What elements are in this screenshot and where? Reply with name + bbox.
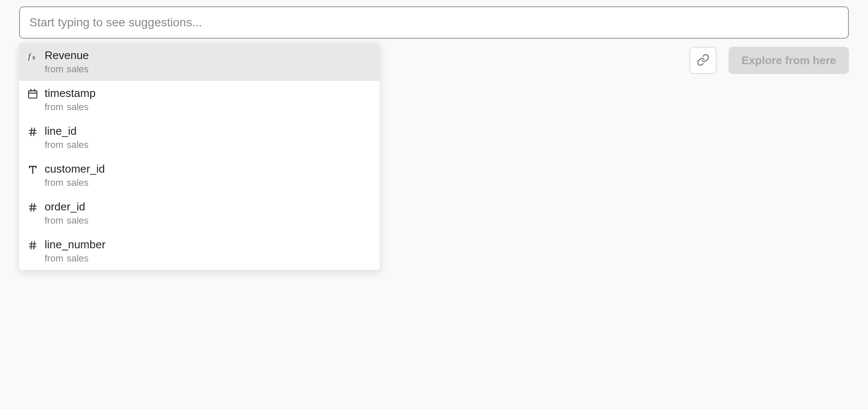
explore-button[interactable]: Explore from here xyxy=(729,47,849,74)
suggestion-sublabel: fromsales xyxy=(45,64,89,75)
suggestion-label: line_number xyxy=(45,238,105,251)
suggestion-label: customer_id xyxy=(45,162,105,176)
hash-icon xyxy=(27,239,39,251)
action-toolbar: Explore from here xyxy=(689,47,849,74)
calendar-icon xyxy=(27,88,39,100)
suggestion-content: Revenuefromsales xyxy=(45,49,89,75)
suggestion-item[interactable]: Revenuefromsales xyxy=(19,43,380,81)
link-button[interactable] xyxy=(689,47,717,74)
suggestion-item[interactable]: line_idfromsales xyxy=(19,119,380,156)
suggestion-content: timestampfromsales xyxy=(45,87,96,113)
hash-icon xyxy=(27,202,39,213)
suggestions-scroll[interactable]: Revenuefromsalestimestampfromsalesline_i… xyxy=(19,43,380,270)
text-icon xyxy=(27,164,39,176)
suggestion-content: line_numberfromsales xyxy=(45,238,105,264)
suggestion-sublabel: fromsales xyxy=(45,215,88,226)
search-input[interactable] xyxy=(19,6,849,39)
suggestion-label: line_id xyxy=(45,125,88,138)
suggestion-sublabel: fromsales xyxy=(45,177,105,188)
suggestion-label: timestamp xyxy=(45,87,96,100)
suggestion-label: order_id xyxy=(45,200,88,213)
fx-icon xyxy=(27,50,39,62)
suggestion-item[interactable]: customer_idfromsales xyxy=(19,156,380,194)
suggestion-sublabel: fromsales xyxy=(45,139,88,151)
suggestion-sublabel: fromsales xyxy=(45,102,96,113)
suggestion-content: order_idfromsales xyxy=(45,200,88,226)
suggestion-content: line_idfromsales xyxy=(45,125,88,151)
suggestion-sublabel: fromsales xyxy=(45,253,105,264)
search-container: Explore from here Revenuefromsalestimest… xyxy=(19,6,849,39)
suggestion-content: customer_idfromsales xyxy=(45,162,105,188)
suggestion-item[interactable]: line_numberfromsales xyxy=(19,232,380,270)
suggestion-item[interactable]: order_idfromsales xyxy=(19,194,380,232)
link-icon xyxy=(697,54,709,68)
suggestions-dropdown: Revenuefromsalestimestampfromsalesline_i… xyxy=(19,43,380,270)
hash-icon xyxy=(27,126,39,138)
suggestion-label: Revenue xyxy=(45,49,89,62)
suggestion-item[interactable]: timestampfromsales xyxy=(19,81,380,119)
